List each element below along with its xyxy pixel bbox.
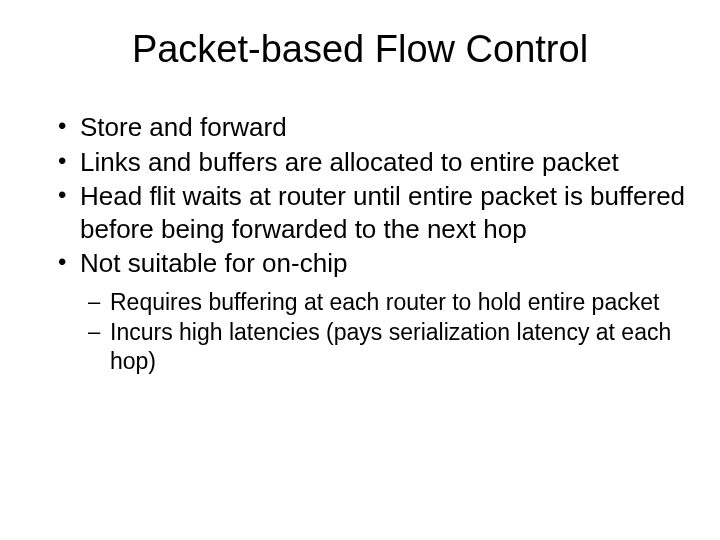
- sub-bullet-item: Incurs high latencies (pays serializatio…: [88, 318, 690, 376]
- sub-bullet-item: Requires buffering at each router to hol…: [88, 288, 690, 317]
- sub-bullet-list: Requires buffering at each router to hol…: [30, 288, 690, 376]
- bullet-item: Head flit waits at router until entire p…: [58, 180, 690, 245]
- bullet-item: Store and forward: [58, 111, 690, 144]
- slide-title: Packet-based Flow Control: [30, 28, 690, 71]
- main-bullet-list: Store and forward Links and buffers are …: [30, 111, 690, 280]
- bullet-item: Links and buffers are allocated to entir…: [58, 146, 690, 179]
- bullet-item: Not suitable for on-chip: [58, 247, 690, 280]
